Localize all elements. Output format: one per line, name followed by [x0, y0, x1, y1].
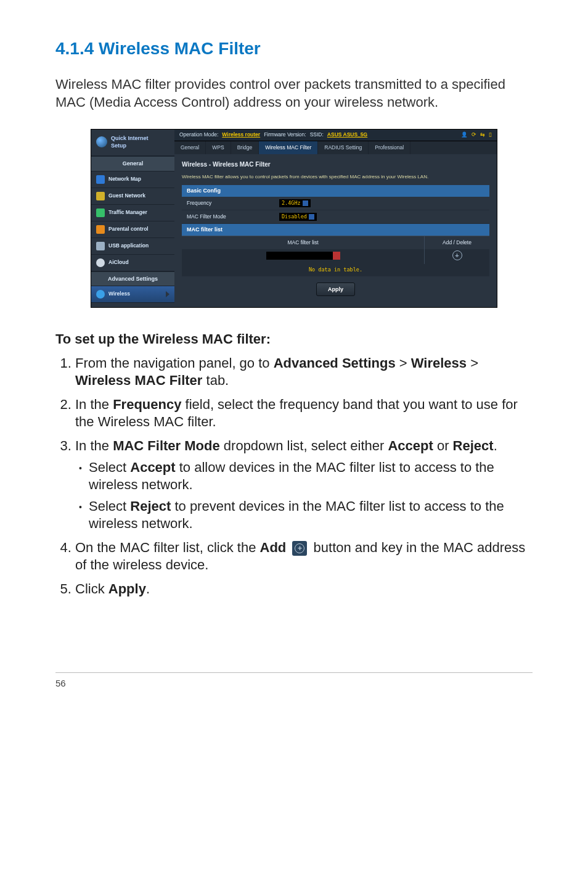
tab-general[interactable]: General — [174, 141, 206, 154]
mac-filter-mode-label: MAC Filter Mode — [187, 213, 279, 220]
frequency-select[interactable]: 2.4GHz — [279, 199, 311, 207]
mac-filter-mode-select[interactable]: Disabled — [279, 213, 317, 221]
frequency-label: Frequency — [187, 200, 279, 207]
guest-network-icon — [96, 192, 105, 200]
firmware-label: Firmware Version: — [264, 131, 306, 138]
col-add-delete: Add / Delete — [425, 236, 489, 249]
no-data-message: No data in table. — [182, 264, 489, 276]
inline-add-icon: + — [292, 541, 307, 556]
add-button[interactable]: + — [452, 250, 462, 260]
aicloud-icon — [96, 258, 105, 267]
sidebar-item-network-map[interactable]: Network Map — [91, 171, 174, 188]
apply-button[interactable]: Apply — [316, 283, 355, 296]
status-bar: Operation Mode: Wireless router Firmware… — [174, 130, 497, 141]
intro-paragraph: Wireless MAC filter provides control ove… — [55, 75, 533, 112]
frequency-row: Frequency 2.4GHz — [182, 197, 489, 210]
step-3: In the MAC Filter Mode dropdown list, se… — [75, 437, 533, 533]
page-number: 56 — [55, 678, 66, 688]
panel-description: Wireless MAC filter allows you to contro… — [182, 174, 489, 181]
plus-icon: + — [295, 543, 304, 553]
step-1: From the navigation panel, go to Advance… — [75, 355, 533, 390]
sidebar-item-traffic-manager[interactable]: Traffic Manager — [91, 205, 174, 221]
basic-config-header: Basic Config — [182, 185, 489, 196]
sidebar-item-wireless[interactable]: Wireless — [91, 286, 174, 303]
parental-control-icon — [96, 225, 105, 234]
table-row: + — [182, 249, 489, 264]
tab-wps[interactable]: WPS — [206, 141, 231, 154]
opmode-value[interactable]: Wireless router — [222, 131, 260, 138]
sidebar-item-parental-control[interactable]: Parental control — [91, 221, 174, 238]
step-2: In the Frequency field, select the frequ… — [75, 396, 533, 431]
status-icons: 👤 ⟳ ⇆ ▯ — [461, 131, 492, 138]
connect-icon[interactable]: ⇆ — [480, 131, 485, 138]
sidebar-section-advanced: Advanced Settings — [91, 271, 174, 286]
wireless-icon — [96, 290, 105, 299]
bullet-accept: Select Accept to allow devices in the MA… — [89, 459, 533, 494]
ssid-value[interactable]: ASUS ASUS_5G — [327, 131, 367, 138]
tab-bar: General WPS Bridge Wireless MAC Filter R… — [174, 141, 497, 154]
section-number: 4.1.4 — [55, 39, 94, 58]
sidebar: Quick Internet Setup General Network Map… — [91, 130, 174, 307]
mac-filter-mode-row: MAC Filter Mode Disabled — [182, 210, 489, 224]
sidebar-item-aicloud[interactable]: AiCloud — [91, 255, 174, 271]
ssid-label: SSID: — [310, 131, 324, 138]
usb-icon — [96, 242, 105, 250]
network-map-icon — [96, 175, 105, 184]
tab-wireless-mac-filter[interactable]: Wireless MAC Filter — [259, 141, 318, 154]
qis-icon — [96, 136, 107, 147]
qis-label-2: Setup — [111, 142, 149, 149]
tab-professional[interactable]: Professional — [369, 141, 410, 154]
col-mac-filter-list: MAC filter list — [182, 236, 425, 249]
doc-icon[interactable]: ▯ — [489, 131, 492, 138]
section-heading: 4.1.4 Wireless MAC Filter — [55, 37, 533, 60]
refresh-icon[interactable]: ⟳ — [472, 131, 476, 138]
opmode-label: Operation Mode: — [179, 131, 218, 138]
step-5: Click Apply. — [75, 580, 533, 598]
footer: 56 — [55, 672, 533, 690]
mac-address-select[interactable] — [266, 252, 340, 260]
step-4: On the MAC filter list, click the Add + … — [75, 539, 533, 574]
main-panel: Operation Mode: Wireless router Firmware… — [174, 130, 497, 307]
bullet-reject: Select Reject to prevent devices in the … — [89, 498, 533, 533]
user-icon[interactable]: 👤 — [461, 131, 468, 138]
router-screenshot: Quick Internet Setup General Network Map… — [91, 129, 497, 308]
chevron-down-icon — [309, 214, 314, 220]
section-title-text: Wireless MAC Filter — [99, 39, 261, 58]
tab-bridge[interactable]: Bridge — [231, 141, 259, 154]
sidebar-section-general: General — [91, 156, 174, 171]
panel-title: Wireless - Wireless MAC Filter — [182, 160, 489, 169]
table-header: MAC filter list Add / Delete — [182, 236, 489, 249]
sidebar-item-guest-network[interactable]: Guest Network — [91, 188, 174, 205]
tab-radius-setting[interactable]: RADIUS Setting — [318, 141, 369, 154]
sidebar-item-usb-application[interactable]: USB application — [91, 238, 174, 255]
mac-filter-list-header: MAC filter list — [182, 224, 489, 235]
quick-internet-setup[interactable]: Quick Internet Setup — [91, 130, 174, 156]
chevron-down-icon — [303, 200, 308, 206]
instructions-heading: To set up the Wireless MAC filter: — [55, 330, 533, 349]
traffic-manager-icon — [96, 208, 105, 217]
qis-label-1: Quick Internet — [111, 134, 149, 142]
steps-list: From the navigation panel, go to Advance… — [55, 355, 533, 598]
